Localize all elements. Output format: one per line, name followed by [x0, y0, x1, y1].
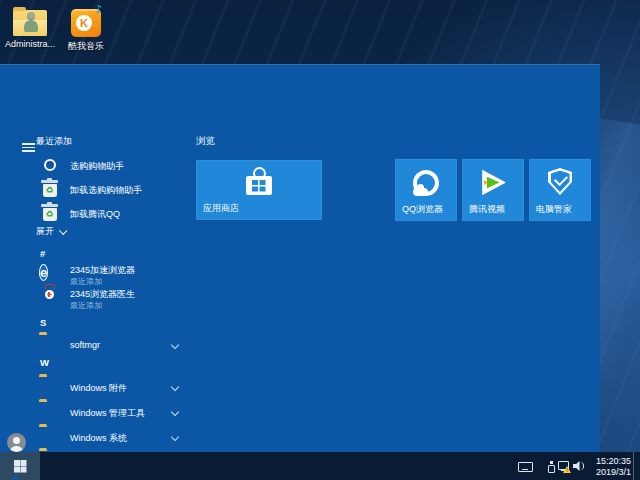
clock-date: 2019/3/1: [585, 467, 631, 478]
recently-added-header: 最近添加: [36, 135, 72, 148]
tile-label: QQ浏览器: [402, 203, 443, 216]
start-folder-windows-admin-tools[interactable]: Windows 管理工具: [36, 401, 182, 425]
taskbar: ! 15:20:35 2019/3/1: [0, 452, 640, 480]
desktop-icon-administrator-folder[interactable]: Administra...: [2, 6, 58, 49]
start-folder-windows-accessories[interactable]: Windows 附件: [36, 376, 182, 400]
app-sublabel: 最近添加: [70, 276, 102, 287]
tile-group-label[interactable]: 浏览: [196, 135, 215, 148]
expand-button[interactable]: 展开: [36, 225, 65, 238]
user-folder-icon: [13, 10, 47, 36]
start-folder-windows-system[interactable]: Windows 系统: [36, 426, 182, 450]
taskbar-clock[interactable]: 15:20:35 2019/3/1: [585, 456, 631, 477]
tile-label: 应用商店: [203, 202, 239, 215]
start-app-2345-browser-doctor[interactable]: 2345浏览器医生 最近添加: [36, 287, 182, 311]
windows-logo-icon: [14, 460, 20, 466]
chevron-down-icon: [171, 433, 179, 441]
start-app-2345-browser[interactable]: e 2345加速浏览器 最近添加: [36, 263, 182, 287]
start-folder-softmgr[interactable]: softmgr: [36, 334, 182, 358]
start-menu-panel: 最近添加 选购购物助手 ♻ 卸载选购购物助手 ♻ 卸载腾讯QQ 展开 # e 2…: [0, 64, 600, 453]
app-label: 选购购物助手: [70, 160, 124, 173]
desktop-icon-label: Administra...: [2, 39, 58, 49]
system-tray: ! 15:20:35 2019/3/1: [420, 452, 640, 480]
tile-tencent-video[interactable]: 腾讯视频: [462, 159, 524, 221]
app-label: 卸载选购购物助手: [70, 184, 142, 197]
tile-label: 电脑管家: [536, 203, 572, 216]
tile-pc-manager[interactable]: 电脑管家: [529, 159, 591, 221]
tencent-video-icon: [480, 169, 507, 196]
person-glyph: [24, 12, 38, 36]
app-label: Windows 附件: [70, 382, 127, 395]
tile-app-store[interactable]: 应用商店: [196, 160, 322, 220]
start-app-uninstall-shopping-assistant[interactable]: ♻ 卸载选购购物助手: [36, 178, 182, 202]
section-letter-w[interactable]: W: [40, 357, 49, 368]
usb-device-icon[interactable]: [548, 461, 554, 471]
app-sublabel: 最近添加: [70, 300, 102, 311]
chevron-down-icon: [171, 383, 179, 391]
pc-manager-shield-icon: [548, 168, 572, 195]
tile-label: 腾讯视频: [469, 203, 505, 216]
start-app-shopping-assistant[interactable]: 选购购物助手: [36, 154, 182, 178]
show-desktop-button[interactable]: [633, 452, 640, 480]
start-button[interactable]: [0, 452, 40, 480]
chevron-down-icon: [171, 341, 179, 349]
app-label: softmgr: [70, 340, 100, 350]
hamburger-icon[interactable]: [22, 143, 35, 152]
browser-e-icon: e: [39, 264, 48, 281]
desktop-icon-label: 酷我音乐: [58, 40, 114, 53]
user-avatar-icon[interactable]: [7, 433, 26, 452]
kuwo-music-icon: K ♪: [71, 9, 101, 37]
chevron-down-icon: [171, 408, 179, 416]
store-bag-icon: [246, 167, 272, 195]
music-note-icon: ♪: [95, 3, 102, 16]
start-app-uninstall-qq[interactable]: ♻ 卸载腾讯QQ: [36, 202, 182, 226]
qq-browser-icon: [411, 168, 441, 198]
section-letter-hash[interactable]: #: [40, 248, 45, 259]
desktop-icon-kuwo-music[interactable]: K ♪ 酷我音乐: [58, 6, 114, 53]
chevron-down-icon: [59, 226, 67, 234]
app-label: Windows 管理工具: [70, 407, 145, 420]
app-label: Windows 系统: [70, 432, 127, 445]
network-warning-icon[interactable]: !: [558, 461, 570, 472]
clock-time: 15:20:35: [585, 456, 631, 467]
section-letter-s[interactable]: S: [40, 317, 46, 328]
desktop-wallpaper: Administra... K ♪ 酷我音乐 最近添加 选购购物助手 ♻ 卸载选…: [0, 0, 640, 480]
app-label: 卸载腾讯QQ: [70, 208, 120, 221]
tile-qq-browser[interactable]: QQ浏览器: [395, 159, 457, 221]
touch-keyboard-icon[interactable]: [518, 462, 533, 472]
